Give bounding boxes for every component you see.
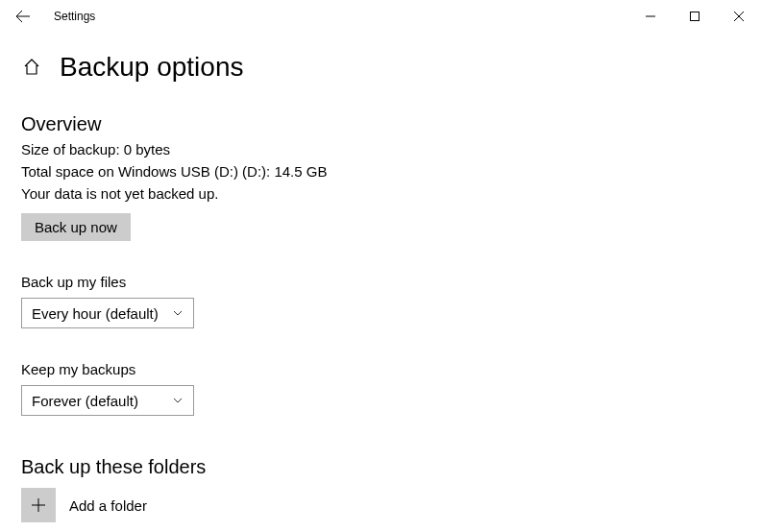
chevron-down-icon [172, 305, 184, 322]
total-space-line: Total space on Windows USB (D:) (D:): 14… [21, 163, 740, 180]
svg-rect-0 [691, 12, 700, 21]
backup-now-button[interactable]: Back up now [21, 213, 131, 241]
backup-frequency-dropdown[interactable]: Every hour (default) [21, 298, 194, 328]
maximize-icon [690, 12, 700, 21]
backup-frequency-label: Back up my files [21, 274, 740, 290]
home-icon [23, 59, 40, 76]
plus-icon [31, 497, 46, 513]
backup-size-line: Size of backup: 0 bytes [21, 141, 740, 157]
back-button[interactable] [4, 0, 42, 33]
backup-status-line: Your data is not yet backed up. [21, 185, 740, 202]
window-controls [628, 0, 761, 33]
add-folder-label: Add a folder [69, 497, 147, 514]
overview-heading: Overview [21, 113, 740, 135]
folders-heading: Back up these folders [21, 456, 740, 478]
close-button[interactable] [717, 0, 761, 33]
minimize-button[interactable] [628, 0, 673, 33]
keep-backups-label: Keep my backups [21, 361, 740, 377]
maximize-button[interactable] [673, 0, 717, 33]
add-folder-button[interactable]: Add a folder [21, 488, 740, 522]
close-icon [734, 12, 744, 21]
chevron-down-icon [172, 393, 184, 409]
arrow-left-icon [15, 9, 31, 24]
window-title: Settings [54, 10, 95, 23]
keep-backups-dropdown[interactable]: Forever (default) [21, 385, 194, 416]
content: Overview Size of backup: 0 bytes Total s… [0, 113, 761, 522]
page-title: Backup options [60, 52, 243, 83]
home-button[interactable] [21, 57, 42, 78]
add-folder-tile [21, 488, 56, 522]
minimize-icon [646, 12, 655, 21]
keep-backups-value: Forever (default) [32, 393, 138, 409]
page-header: Backup options [0, 33, 761, 92]
titlebar: Settings [0, 0, 761, 33]
backup-frequency-value: Every hour (default) [32, 305, 159, 322]
